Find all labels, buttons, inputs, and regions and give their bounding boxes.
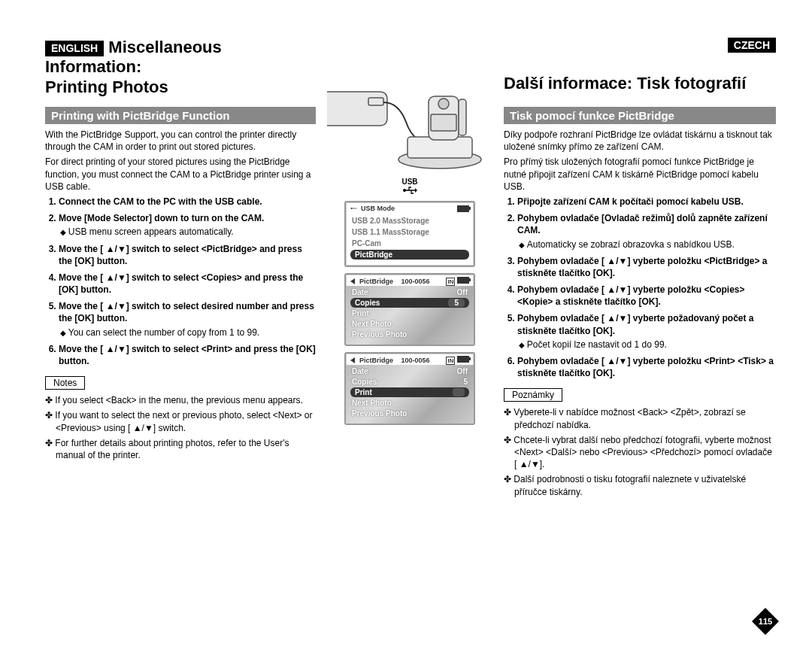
- left-note-1: If you select <Back> in the menu, the pr…: [45, 394, 316, 406]
- czech-badge: CZECH: [728, 38, 776, 53]
- left-step-3: Move the [ ▲/▼] switch to select <PictBr…: [59, 243, 316, 267]
- left-note-2: If you want to select the next or previo…: [45, 409, 316, 433]
- right-step-1: Připojte zařízení CAM k počítači pomocí …: [517, 196, 776, 208]
- usb-mode-screen: USB Mode USB 2.0 MassStorage USB 1.1 Mas…: [344, 201, 475, 267]
- battery-icon: [457, 356, 469, 363]
- page-number-badge: 115: [752, 608, 779, 635]
- left-note-3: For further details about printing photo…: [45, 437, 316, 461]
- right-step-2-sub: Automaticky se zobrazí obrazovka s nabíd…: [519, 238, 776, 251]
- left-intro-p2: For direct printing of your stored pictu…: [45, 156, 316, 193]
- menu-usb11: USB 1.1 MassStorage: [350, 227, 469, 237]
- usb-icon: [402, 186, 417, 195]
- right-note-3: Další podrobnosti o tisku fotografií nal…: [504, 473, 776, 497]
- left-step-5-sub: You can select the number of copy from 1…: [60, 326, 316, 339]
- center-column: USB USB Mode USB 2.0 MassStorage USB 1.1…: [316, 38, 504, 639]
- english-badge: ENGLISH: [45, 41, 104, 56]
- row-next: Next Photo: [350, 398, 469, 408]
- screen2-title: PictBridge: [359, 278, 393, 285]
- battery-icon: [457, 205, 469, 212]
- right-step-2: Pohybem ovladače [Ovladač režimů] dolů z…: [517, 212, 776, 251]
- right-step-5-sub: Počet kopií lze nastavit od 1 do 99.: [519, 339, 776, 351]
- back-arrow-icon: [350, 357, 356, 363]
- row-print-sel: Print: [350, 387, 469, 397]
- menu-pictbridge: PictBridge: [350, 250, 469, 260]
- left-notes-label: Notes: [45, 376, 85, 390]
- left-intro: With the PictBridge Support, you can con…: [45, 129, 316, 193]
- screen1-title: USB Mode: [361, 205, 395, 212]
- left-step-5: Move the [ ▲/▼] switch to select desired…: [59, 300, 316, 339]
- right-intro-p2: Pro přímý tisk uložených fotografií pomo…: [504, 156, 776, 193]
- left-step-2: Move [Mode Selector] down to turn on the…: [59, 212, 316, 238]
- left-steps-list: Connect the CAM to the PC with the USB c…: [45, 196, 316, 367]
- menu-pccam: PC-Cam: [350, 238, 469, 248]
- svg-rect-5: [459, 99, 466, 135]
- right-step-3: Pohybem ovladače [ ▲/▼] vyberte položku …: [517, 255, 776, 279]
- left-step-6: Move the [ ▲/▼] switch to select <Print>…: [59, 343, 316, 367]
- right-steps-list: Připojte zařízení CAM k počítači pomocí …: [504, 196, 776, 379]
- row-prev: Previous Photo: [350, 329, 469, 339]
- svg-point-4: [438, 99, 449, 109]
- right-section-heading: Tisk pomocí funkce PictBridge: [504, 107, 776, 124]
- row-date: DateOff: [350, 287, 469, 297]
- screen2-counter: 100-0056: [401, 278, 430, 285]
- page-number: 115: [752, 608, 779, 635]
- right-step-4: Pohybem ovladače [ ▲/▼] vyberte položku …: [517, 284, 776, 308]
- right-column: CZECH Další informace: Tisk fotografií T…: [504, 38, 776, 639]
- title-printing-photos: Printing Photos: [45, 77, 316, 97]
- right-note-2: Chcete-li vybrat další nebo předchozí fo…: [504, 434, 776, 471]
- right-step-5: Pohybem ovladače [ ▲/▼] vyberte požadova…: [517, 312, 776, 351]
- screen3-counter: 100-0056: [401, 357, 430, 364]
- left-section-heading: Printing with PictBridge Function: [45, 107, 316, 124]
- pictbridge-screen-copies: PictBridge 100-0056 IN DateOff Copies5 P…: [344, 273, 475, 346]
- screen3-title: PictBridge: [359, 357, 393, 364]
- back-arrow-icon: [350, 278, 356, 284]
- right-note-1: Vyberete-li v nabídce možnost <Back> <Zp…: [504, 406, 776, 430]
- right-page-title: Další informace: Tisk fotografií: [504, 74, 776, 93]
- right-notes-label: Poznámky: [504, 388, 562, 402]
- battery-icon: [457, 277, 469, 284]
- left-page-title: ENGLISH Miscellaneous Information: Print…: [45, 38, 316, 97]
- row-print: Print: [350, 308, 469, 318]
- pictbridge-screen-print: PictBridge 100-0056 IN DateOff Copies5 P…: [344, 352, 475, 425]
- left-step-4: Move the [ ▲/▼] switch to select <Copies…: [59, 272, 316, 296]
- left-intro-p1: With the PictBridge Support, you can con…: [45, 129, 316, 153]
- left-step-1: Connect the CAM to the PC with the USB c…: [59, 196, 316, 208]
- usb-icon: [350, 205, 358, 211]
- left-notes-list: If you select <Back> in the menu, the pr…: [45, 394, 316, 461]
- row-next: Next Photo: [350, 319, 469, 329]
- right-intro: Díky podpoře rozhraní PictBridge lze ovl…: [504, 129, 776, 193]
- right-intro-p1: Díky podpoře rozhraní PictBridge lze ovl…: [504, 129, 776, 153]
- row-copies: Copies5: [350, 377, 469, 387]
- row-date: DateOff: [350, 366, 469, 376]
- usb-label: USB: [316, 178, 504, 195]
- row-prev: Previous Photo: [350, 408, 469, 418]
- right-step-6: Pohybem ovladače [ ▲/▼] vyberte položku …: [517, 355, 776, 379]
- svg-rect-0: [368, 98, 383, 105]
- menu-usb20: USB 2.0 MassStorage: [350, 216, 469, 226]
- left-step-2-sub: USB menu screen appears automatically.: [60, 226, 316, 238]
- left-column: ENGLISH Miscellaneous Information: Print…: [45, 38, 316, 639]
- right-notes-list: Vyberete-li v nabídce možnost <Back> <Zp…: [504, 406, 776, 497]
- svg-rect-6: [431, 114, 456, 131]
- row-copies-sel: Copies5: [350, 298, 469, 308]
- device-illustration: [323, 84, 496, 175]
